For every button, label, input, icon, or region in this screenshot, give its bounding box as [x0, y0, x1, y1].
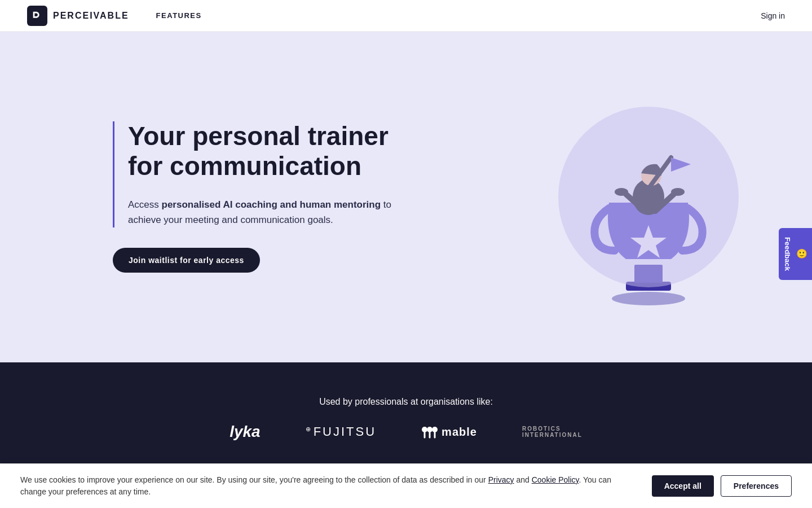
hero-illustration [553, 90, 744, 304]
cookie-buttons: Accept all Preferences [652, 475, 792, 497]
cookie-policy-link[interactable]: Cookie Policy [532, 475, 579, 484]
feedback-label: Feedback [783, 237, 792, 271]
preferences-button[interactable]: Preferences [721, 475, 792, 497]
feedback-tab[interactable]: 🙂 Feedback [779, 228, 812, 280]
logo-lyka: lyka [230, 423, 261, 441]
logos-row: lyka ⊕FUJITSU mable ROBOTICS INTERNATION… [230, 423, 582, 441]
logo-mable: mable [421, 425, 477, 439]
logo-fujitsu: ⊕FUJITSU [306, 424, 376, 439]
accept-all-button[interactable]: Accept all [652, 475, 714, 497]
hero-subtitle-plain: Access [128, 199, 162, 210]
hero-border: Your personal trainer for communication … [113, 121, 395, 227]
logo-robotics: ROBOTICS INTERNATIONAL [522, 426, 582, 438]
logos-heading: Used by professionals at organisations l… [319, 397, 493, 407]
hero-subtitle: Access personalised AI coaching and huma… [128, 197, 395, 227]
logo-text: PERCEIVABLE [53, 11, 129, 21]
cookie-text: We use cookies to improve your experienc… [20, 474, 638, 498]
feedback-emoji: 🙂 [796, 248, 807, 259]
cookie-text-before: We use cookies to improve your experienc… [20, 475, 488, 484]
svg-point-0 [612, 292, 685, 305]
hero-content: Your personal trainer for communication … [0, 121, 395, 273]
cookie-banner: We use cookies to improve your experienc… [0, 463, 812, 508]
features-nav-link[interactable]: FEATURES [156, 11, 202, 20]
cta-button[interactable]: Join waitlist for early access [113, 248, 260, 273]
logos-section: Used by professionals at organisations l… [0, 362, 812, 475]
hero-section: Your personal trainer for communication … [0, 32, 812, 362]
logo-icon [27, 6, 47, 26]
privacy-link[interactable]: Privacy [488, 475, 514, 484]
cookie-and: and [514, 475, 532, 484]
logo-link[interactable]: PERCEIVABLE [27, 6, 129, 26]
hero-subtitle-bold: personalised AI coaching and human mento… [162, 199, 381, 210]
hero-title: Your personal trainer for communication [128, 121, 395, 181]
navbar: PERCEIVABLE FEATURES Sign in [0, 0, 812, 32]
sign-in-link[interactable]: Sign in [761, 11, 785, 20]
